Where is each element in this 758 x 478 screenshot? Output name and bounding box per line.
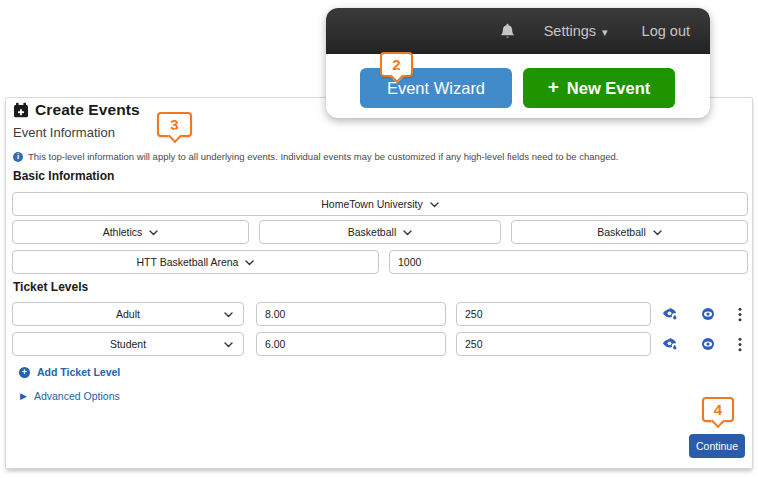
chevron-down-icon [403,230,412,236]
info-text: This top-level information will apply to… [28,151,618,162]
caret-right-icon: ▶ [20,391,27,401]
venue-value: HTT Basketball Arena [137,256,239,268]
eye-droplet-icon[interactable] [662,308,678,321]
ticket-level-value: Adult [116,308,140,320]
settings-label: Settings [544,23,596,39]
chevron-down-icon [224,342,233,348]
info-banner: i This top-level information will apply … [13,151,733,162]
eye-icon[interactable] [701,307,715,321]
page-title-row: Create Events [13,101,140,119]
section-title: Event Information [13,125,115,140]
capacity-field-wrap [389,250,748,274]
ticket-row-actions [660,302,744,326]
tour-step-marker-3: 3 [157,112,192,137]
notifications-bell-icon[interactable] [499,22,516,40]
ticket-price-field-wrap [256,332,446,356]
eye-droplet-icon[interactable] [662,338,678,351]
plus-circle-icon: + [19,367,30,378]
organization-select[interactable]: HomeTown University [12,192,748,216]
ticket-price-input[interactable] [257,303,445,325]
ticket-level-select[interactable]: Adult [12,302,244,326]
new-event-label: New Event [567,79,650,98]
ticket-level-select[interactable]: Student [12,332,244,356]
category-select[interactable]: Athletics [12,220,249,244]
sport-select[interactable]: Basketball [259,220,501,244]
calendar-plus-icon [13,102,29,118]
add-ticket-level-label: Add Ticket Level [37,366,120,378]
advanced-options-label: Advanced Options [34,390,120,402]
chevron-down-icon [653,230,662,236]
event-type-select[interactable]: Basketball [511,220,748,244]
event-type-value: Basketball [597,226,645,238]
ticket-quantity-field-wrap [456,332,651,356]
basic-information-label: Basic Information [13,169,114,183]
organization-value: HomeTown University [321,198,423,210]
logout-label: Log out [642,23,690,39]
ticket-level-value: Student [110,338,146,350]
sport-value: Basketball [348,226,396,238]
caret-down-icon: ▾ [602,26,608,39]
ticket-price-field-wrap [256,302,446,326]
plus-icon: + [548,76,559,98]
continue-button[interactable]: Continue [689,434,745,458]
info-icon: i [13,152,23,162]
kebab-menu-icon[interactable] [738,307,742,322]
ticket-price-input[interactable] [257,333,445,355]
chevron-down-icon [430,202,439,208]
ticket-quantity-input[interactable] [457,333,650,355]
screen: Create Events Event Information i This t… [0,0,758,478]
tour-step-marker-2: 2 [380,52,413,77]
logout-link[interactable]: Log out [642,23,690,39]
eye-icon[interactable] [701,337,715,351]
chevron-down-icon [224,312,233,318]
category-value: Athletics [103,226,143,238]
ticket-quantity-input[interactable] [457,303,650,325]
chevron-down-icon [245,260,254,266]
settings-menu[interactable]: Settings ▾ [544,23,608,39]
tour-step-marker-4: 4 [702,397,734,422]
new-event-button[interactable]: + New Event [523,68,675,108]
kebab-menu-icon[interactable] [738,337,742,352]
advanced-options-toggle[interactable]: ▶ Advanced Options [20,390,120,402]
capacity-input[interactable] [390,251,747,273]
page-title: Create Events [35,101,140,119]
add-ticket-level-link[interactable]: + Add Ticket Level [19,366,120,378]
chevron-down-icon [149,230,158,236]
ticket-quantity-field-wrap [456,302,651,326]
top-navigation-bar: Settings ▾ Log out [326,8,710,54]
ticket-row-actions [660,332,744,356]
event-wizard-label: Event Wizard [387,79,485,98]
venue-select[interactable]: HTT Basketball Arena [12,250,379,274]
ticket-levels-label: Ticket Levels [13,280,88,294]
create-events-panel: Create Events Event Information i This t… [5,97,753,469]
